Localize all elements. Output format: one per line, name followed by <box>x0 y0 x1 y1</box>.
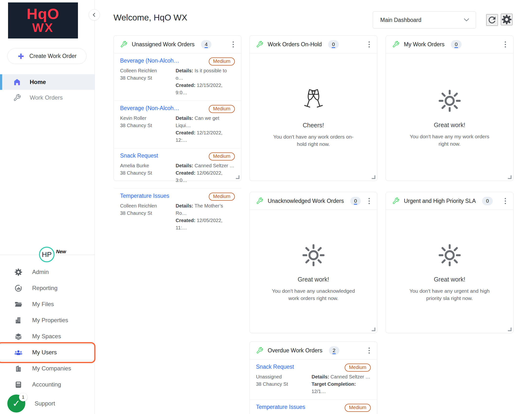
created-line: Created: 12/05/2022, 11:… <box>176 217 235 231</box>
empty-state-text: You don't have any urgent and high prior… <box>408 287 492 302</box>
sidebar-item-home[interactable]: Home <box>0 74 95 90</box>
sidebar-item-my-files[interactable]: My Files <box>0 296 95 312</box>
card-header: Overdue Work Orders 2 <box>250 342 377 359</box>
resize-handle[interactable] <box>508 175 512 179</box>
sidebar-item-my-properties[interactable]: My Properties <box>0 312 95 328</box>
sidebar-item-label: Home <box>30 79 46 85</box>
calculator-icon <box>14 381 23 389</box>
empty-state-heading: Great work! <box>298 276 329 283</box>
details-line: Details: Canned Seltzer … <box>312 373 371 380</box>
work-order-link[interactable]: Beverage (Non-Alcoh… <box>120 105 179 112</box>
created-line: Created: 12/15/2022, 9:0… <box>176 82 235 96</box>
work-order-link[interactable]: Beverage (Non-Alcoh… <box>120 57 179 64</box>
sidebar-item-my-spaces[interactable]: My Spaces <box>0 328 95 344</box>
count-badge[interactable]: 4 <box>201 40 212 49</box>
hqo-wx-logo: HqO WX <box>8 2 78 38</box>
card-unacknowledged-work-orders: Unacknowledged Work Orders 0 Great work!… <box>249 192 377 333</box>
count-badge[interactable]: 0 <box>350 197 361 205</box>
created-line: Created: 12/12/2022, 12:… <box>176 129 235 144</box>
refresh-icon <box>487 15 497 25</box>
empty-state: Great work! You don't have any my work o… <box>386 53 513 181</box>
sidebar-item-label: Support <box>35 400 55 407</box>
created-line: Created: 12/06/2022, 3:0… <box>176 169 235 184</box>
sidebar-item-label: Work Orders <box>30 94 63 101</box>
page-title: Welcome, HqO WX <box>114 13 187 22</box>
refresh-button[interactable] <box>486 14 498 26</box>
empty-state-heading: Great work! <box>434 122 465 129</box>
count-badge[interactable]: 0 <box>328 40 339 49</box>
create-work-order-button[interactable]: Create Work Order <box>7 48 86 64</box>
sidebar-collapse-button[interactable] <box>89 9 100 20</box>
dashboard-settings-button[interactable] <box>501 14 513 25</box>
card-overdue-work-orders: Overdue Work Orders 2 Snack Request Medi… <box>249 341 377 414</box>
empty-state-text: You don't have any my work orders right … <box>408 133 492 148</box>
resize-handle[interactable] <box>372 328 375 331</box>
card-header: Unassigned Work Orders 4 <box>114 36 241 53</box>
wrench-icon <box>120 41 127 48</box>
sidebar-item-work-orders[interactable]: Work Orders <box>0 90 95 105</box>
priority-badge: Medium <box>209 105 235 113</box>
wrench-icon <box>13 94 21 102</box>
sidebar-item-admin[interactable]: Admin <box>0 264 95 280</box>
sidebar-item-label: My Files <box>32 301 54 308</box>
kebab-menu-icon[interactable] <box>231 40 235 49</box>
work-order-link[interactable]: Snack Request <box>120 152 158 159</box>
sidebar-item-reporting[interactable]: Reporting <box>0 280 95 296</box>
sidebar-item-support[interactable]: ✓ 1 Support <box>0 393 95 414</box>
resize-handle[interactable] <box>372 175 375 179</box>
dashboard-select-value: Main Dashboard <box>380 17 421 23</box>
card-header: My Work Orders 0 <box>386 36 513 53</box>
empty-state-text: You don't have any work orders on-hold r… <box>271 133 355 148</box>
work-order-item[interactable]: Beverage (Non-Alcoh… Medium Kevin Roller… <box>114 101 241 148</box>
details-line: Details: Can we get Liqui… <box>176 114 235 129</box>
sidebar-item-label: Admin <box>32 269 49 275</box>
home-icon <box>13 78 21 86</box>
resize-handle[interactable] <box>236 175 239 179</box>
work-order-link[interactable]: Temperature Issues <box>120 193 169 199</box>
buildings-icon <box>14 316 23 324</box>
card-work-orders-on-hold: Work Orders On-Hold 0 Cheers! You don't … <box>249 35 377 181</box>
count-badge[interactable]: 2 <box>329 346 340 355</box>
count-badge[interactable]: 0 <box>451 40 462 49</box>
kebab-menu-icon[interactable] <box>367 197 371 206</box>
card-title: Overdue Work Orders <box>268 347 323 354</box>
details-line: Details: The Mother’s Ro… <box>176 202 235 217</box>
work-order-item[interactable]: Temperature Issues Medium Colleen Reichl… <box>114 188 241 236</box>
requester: Amelia Burke <box>120 162 176 169</box>
chevron-down-icon <box>464 18 469 22</box>
sidebar-admin-nav: Admin Reporting My Files <box>0 264 95 414</box>
kebab-menu-icon[interactable] <box>503 40 507 49</box>
logo-text-line2: WX <box>32 21 54 34</box>
avatar[interactable]: HP <box>39 247 55 262</box>
priority-badge: Medium <box>209 193 235 201</box>
support-count-badge: 1 <box>19 393 27 401</box>
support-status-icon[interactable]: ✓ 1 <box>7 395 25 413</box>
sidebar-item-accounting[interactable]: Accounting <box>0 376 95 393</box>
work-order-item[interactable]: Temperature Issues Medium Unassigned 38 … <box>250 400 377 414</box>
work-order-item[interactable]: Beverage (Non-Alcoh… Medium Colleen Reic… <box>114 53 241 101</box>
users-group-icon <box>14 349 23 356</box>
work-order-link[interactable]: Temperature Issues <box>256 404 305 410</box>
dashboard-select[interactable]: Main Dashboard <box>373 11 476 28</box>
sidebar-item-label: My Companies <box>32 365 71 372</box>
work-order-item[interactable]: Snack Request Medium Amelia Burke 38 Cha… <box>114 148 241 188</box>
sun-icon <box>299 241 328 270</box>
new-badge: New <box>56 249 66 254</box>
sidebar-item-my-users[interactable]: My Users <box>0 344 95 360</box>
count-badge[interactable]: 0 <box>482 197 493 205</box>
work-order-list: Beverage (Non-Alcoh… Medium Colleen Reic… <box>114 53 241 236</box>
card-title: Work Orders On-Hold <box>268 41 322 48</box>
work-order-link[interactable]: Snack Request <box>256 364 294 370</box>
work-order-item[interactable]: Snack Request Medium Unassigned 38 Chaun… <box>250 359 377 400</box>
kebab-menu-icon[interactable] <box>367 40 371 49</box>
sidebar-item-label: Reporting <box>32 285 57 292</box>
wrench-icon <box>392 41 399 48</box>
resize-handle[interactable] <box>508 328 512 331</box>
details-line: Details: Canned Seltzer … <box>176 162 235 169</box>
location: 38 Chauncy St <box>120 74 176 82</box>
requester: Kevin Roller <box>120 114 176 122</box>
kebab-menu-icon[interactable] <box>503 197 507 206</box>
card-title: Urgent and High Priority SLA <box>404 198 476 204</box>
sidebar-item-my-companies[interactable]: My Companies <box>0 360 95 376</box>
kebab-menu-icon[interactable] <box>367 346 371 355</box>
